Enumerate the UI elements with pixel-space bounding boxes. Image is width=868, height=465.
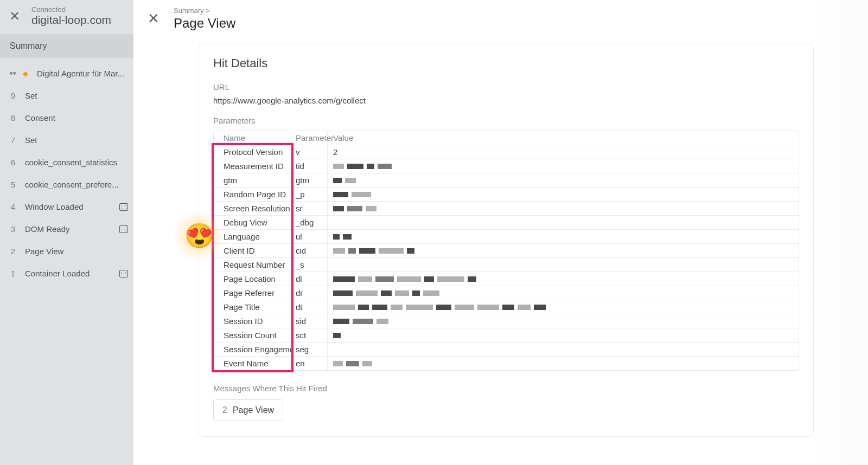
param-value: [328, 202, 799, 215]
param-name: Random Page ID: [214, 188, 291, 201]
param-key: seg: [291, 343, 328, 356]
api-badge-icon: ⋮⋮: [119, 270, 128, 277]
message-index: 2: [222, 405, 227, 415]
col-name: Name: [214, 131, 291, 145]
diamond-icon: ◆: [23, 69, 28, 78]
page-title: Page View: [174, 16, 235, 31]
sidebar-item[interactable]: ▾◆Digital Agentur für Mar...: [0, 62, 133, 85]
param-value: [328, 328, 799, 342]
param-value: [328, 286, 799, 300]
param-value: [328, 173, 799, 187]
item-index: 5: [10, 180, 16, 189]
sidebar-item[interactable]: 5cookie_consent_prefere...: [0, 173, 133, 196]
sidebar-item[interactable]: 4Window Loaded⋮⋮: [0, 196, 133, 218]
param-value: [328, 357, 799, 370]
param-name: Page Title: [214, 300, 291, 314]
sidebar-item-label: Consent: [25, 113, 128, 122]
sidebar-panel: ✕ Connected digital-loop.com Summary ▾◆D…: [0, 0, 133, 465]
sidebar-item-label: DOM Ready: [25, 224, 107, 234]
redacted-value: [333, 302, 546, 312]
param-key: dl: [291, 272, 328, 286]
sidebar-header: ✕ Connected digital-loop.com: [0, 0, 133, 34]
param-name: Session Count: [214, 328, 291, 342]
sidebar-title-wrap: Connected digital-loop.com: [31, 5, 126, 27]
table-row: Protocol Versionv2: [214, 145, 799, 159]
param-name: Session Engagement: [214, 343, 291, 356]
param-value: [328, 244, 799, 257]
param-name: Session ID: [214, 314, 291, 328]
item-index: 8: [10, 113, 16, 122]
redacted-value: [333, 176, 356, 185]
col-parameter: Parameter: [291, 131, 328, 145]
item-index: 1: [10, 269, 16, 278]
message-fired-button[interactable]: 2Page View: [213, 399, 283, 421]
param-name: Language: [214, 230, 291, 243]
sidebar-item[interactable]: 7Set: [0, 129, 133, 151]
sidebar-item[interactable]: 9Set: [0, 85, 133, 107]
param-name: Protocol Version: [214, 145, 291, 159]
sidebar-item[interactable]: 1Container Loaded⋮⋮: [0, 262, 133, 285]
sidebar-item-label: Digital Agentur für Mar...: [37, 69, 128, 78]
param-name: Page Referrer: [214, 286, 291, 300]
param-value: [328, 300, 799, 314]
sidebar-item-label: Page View: [25, 247, 128, 256]
param-key: sct: [291, 328, 328, 342]
table-row: Screen Resolutionsr: [214, 201, 799, 215]
detail-close-icon[interactable]: ✕: [146, 10, 161, 27]
breadcrumb[interactable]: Summary >: [174, 7, 235, 15]
param-value: [328, 230, 799, 243]
param-key: gtm: [291, 173, 328, 187]
param-name: Client ID: [214, 244, 291, 257]
hit-details-card: Hit Details URL https://www.google-analy…: [199, 43, 814, 437]
table-row: Event Nameen: [214, 356, 799, 370]
param-value: [328, 188, 799, 201]
parameters-table: Name Parameter Value Protocol Versionv2M…: [213, 131, 799, 371]
redacted-value: [333, 331, 341, 340]
redacted-value: [333, 162, 392, 171]
summary-header[interactable]: Summary: [0, 34, 133, 58]
api-badge-icon: ⋮⋮: [119, 225, 128, 233]
table-row: Session Countsct: [214, 328, 799, 342]
sidebar-item[interactable]: 3DOM Ready⋮⋮: [0, 218, 133, 240]
param-name: Request Number: [214, 258, 291, 272]
sidebar-close-icon[interactable]: ✕: [8, 9, 22, 24]
param-value: [328, 272, 799, 286]
redacted-value: [333, 317, 388, 326]
table-row: Request Number_s: [214, 257, 799, 272]
col-value: Value: [328, 131, 799, 145]
messages-list: 2Page View: [213, 399, 799, 421]
detail-header: ✕ Summary > Page View: [133, 0, 868, 35]
param-name: gtm: [214, 173, 291, 187]
param-key: v: [291, 145, 328, 159]
param-name: Event Name: [214, 357, 291, 370]
table-row: Session Engagementseg: [214, 342, 799, 356]
sidebar-item-label: Container Loaded: [25, 269, 107, 278]
param-key: _dbg: [291, 216, 328, 229]
param-value: [328, 314, 799, 328]
connected-domain: digital-loop.com: [31, 14, 126, 27]
sidebar-list: ▾◆Digital Agentur für Mar...9Set8Consent…: [0, 58, 133, 285]
connected-label: Connected: [31, 5, 126, 14]
url-label: URL: [213, 82, 799, 92]
sidebar-item-label: Set: [25, 135, 128, 145]
item-index: 6: [10, 158, 16, 167]
param-name: Debug View: [214, 216, 291, 229]
item-index: 2: [10, 247, 16, 256]
table-row: gtmgtm: [214, 173, 799, 187]
sidebar-item[interactable]: 2Page View: [0, 240, 133, 262]
sidebar-item-label: Set: [25, 91, 128, 100]
sidebar-item-label: cookie_consent_statistics: [25, 158, 128, 167]
api-badge-icon: ⋮⋮: [119, 203, 128, 211]
message-label: Page View: [233, 405, 274, 415]
sidebar-item[interactable]: 6cookie_consent_statistics: [0, 151, 133, 173]
detail-panel: ✕ Summary > Page View Hit Details URL ht…: [133, 0, 868, 465]
table-row: Debug View_dbg: [214, 215, 799, 229]
sidebar-item[interactable]: 8Consent: [0, 107, 133, 129]
param-key: dr: [291, 286, 328, 300]
item-index: 9: [10, 91, 16, 100]
item-index: 7: [10, 135, 16, 145]
item-index: 4: [10, 202, 16, 211]
param-name: Measurement ID: [214, 159, 291, 173]
redacted-value: [333, 288, 439, 298]
table-header-row: Name Parameter Value: [214, 131, 799, 145]
